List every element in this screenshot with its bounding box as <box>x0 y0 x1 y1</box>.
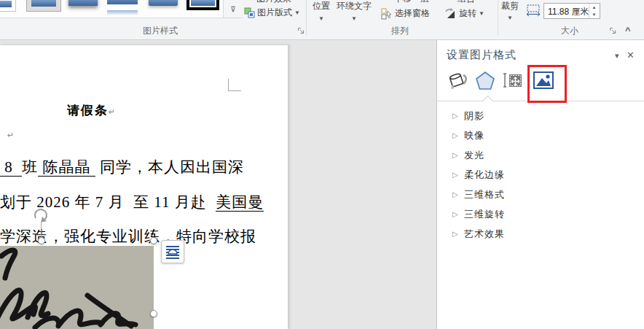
expander-icon: ▷ <box>452 112 464 120</box>
expander-icon: ▷ <box>452 230 464 238</box>
layout-options-button[interactable] <box>161 240 184 263</box>
signature-strokes <box>0 246 154 329</box>
section-reflection[interactable]: ▷ 映像 <box>437 125 644 145</box>
position-button[interactable]: 位置 ▼ <box>313 0 330 22</box>
expander-icon: ▷ <box>452 210 464 218</box>
wrap-text-button[interactable]: 环绕文字 ▼ <box>337 0 372 22</box>
width-field[interactable]: 11.88 厘米 ▲ ▼ <box>543 3 600 19</box>
picture-style-thumb-selected[interactable] <box>186 0 219 10</box>
tab-fill-line[interactable] <box>446 69 469 91</box>
group-button[interactable]: 组合 <box>458 0 475 5</box>
pane-close-icon[interactable]: ✕ <box>627 50 635 61</box>
format-picture-pane: 设置图片格式 ▾ ✕ <box>436 40 644 329</box>
expander-icon: ▷ <box>452 151 464 159</box>
width-icon <box>526 4 541 17</box>
section-artistic-effects[interactable]: ▷ 艺术效果 <box>437 224 644 244</box>
section-3d-rotation[interactable]: ▷ 三维旋转 <box>437 204 644 224</box>
send-backward-button[interactable]: 下移一层 <box>394 0 429 5</box>
tab-layout-properties[interactable] <box>501 69 525 91</box>
crop-button[interactable]: 裁剪 ▼ <box>501 0 519 21</box>
picture-layout-icon <box>244 7 255 18</box>
picture-style-thumb[interactable] <box>68 0 98 10</box>
pane-options-icon[interactable]: ▾ <box>615 51 619 61</box>
picture-style-thumb[interactable] <box>149 0 178 10</box>
margin-corner-mark <box>228 79 241 91</box>
red-annotation-box <box>527 65 567 103</box>
picture-style-thumb[interactable] <box>26 0 61 12</box>
paint-bucket-icon <box>447 71 468 90</box>
resize-handle-top-right[interactable] <box>150 237 157 244</box>
rotation-handle-stem <box>41 222 42 239</box>
rotation-handle-icon[interactable] <box>32 206 50 224</box>
size-dialog-launcher-icon[interactable] <box>609 27 616 34</box>
styles-dialog-launcher-icon[interactable] <box>297 27 305 34</box>
doc-title: 请假条↵ <box>67 102 115 119</box>
collapse-ribbon-button[interactable]: ^ <box>625 25 631 36</box>
size-group-label: 大小 <box>561 25 578 37</box>
document-area: 请假条↵ ↵ 8 班 陈晶晶 同学，本人因出国深 划于 2026 年 7 月 至… <box>0 40 436 329</box>
layout-options-icon <box>165 244 180 259</box>
expander-icon: ▷ <box>452 171 464 179</box>
picture-style-thumb[interactable] <box>107 0 138 10</box>
paragraph-mark: ↵ <box>109 107 115 117</box>
arrange-group-label: 排列 <box>391 25 409 37</box>
width-value: 11.88 厘米 <box>548 7 589 17</box>
paragraph-mark: ↵ <box>7 131 14 140</box>
picture-effects-button[interactable]: 图片效果 <box>256 0 291 5</box>
expander-icon: ▷ <box>452 190 464 198</box>
rotate-button[interactable]: 旋转 ▼ <box>444 7 484 20</box>
pane-title: 设置图片格式 <box>447 48 517 62</box>
tab-effects-selected[interactable] <box>474 69 497 91</box>
pane-tab-bar <box>437 68 644 93</box>
resize-handle-top[interactable] <box>38 237 45 244</box>
selected-tab-caret <box>482 96 494 107</box>
pentagon-effects-icon <box>475 71 495 90</box>
selection-pane-button[interactable]: 选择窗格 <box>381 7 430 20</box>
signature-image[interactable] <box>0 246 154 329</box>
picture-style-thumb[interactable] <box>0 0 16 12</box>
selection-pane-icon <box>381 8 393 20</box>
gallery-more-button[interactable]: ⊽ <box>223 0 243 18</box>
section-soft-edges[interactable]: ▷ 柔化边缘 <box>437 165 644 185</box>
width-spinner[interactable]: ▲ ▼ <box>589 4 599 18</box>
layout-properties-icon <box>503 71 523 90</box>
resize-handle-right[interactable] <box>150 310 157 317</box>
picture-layout-button[interactable]: 图片版式 ▼ <box>244 7 300 19</box>
effects-section-list: ▷ 阴影 ▷ 映像 ▷ 发光 ▷ 柔化边缘 ▷ 三维格式 ▷ 三维旋转 ▷ 艺术… <box>437 106 644 244</box>
doc-line: 8 班 陈晶晶 同学，本人因出国深 <box>0 157 244 177</box>
section-3d-format[interactable]: ▷ 三维格式 <box>437 185 644 204</box>
ribbon: ⊽ 图片效果 图片版式 ▼ 图片样式 位置 ▼ 环绕文字 ▼ <box>0 0 644 40</box>
section-shadow[interactable]: ▷ 阴影 <box>437 106 644 125</box>
section-glow[interactable]: ▷ 发光 <box>437 145 644 165</box>
rotate-icon <box>444 8 457 20</box>
expander-icon: ▷ <box>452 131 464 139</box>
picture-styles-group-label: 图片样式 <box>143 25 178 37</box>
